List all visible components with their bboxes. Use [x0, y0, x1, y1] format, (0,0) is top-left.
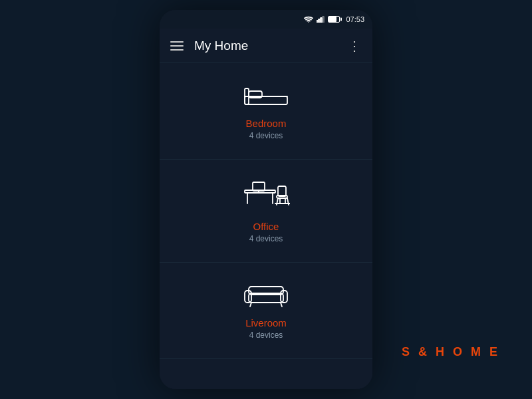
- svg-rect-3: [321, 18, 322, 23]
- room-card-bedroom[interactable]: Bedroom 4 devices: [160, 63, 372, 160]
- room-card-office[interactable]: Office 4 devices: [160, 160, 372, 263]
- bedroom-name: Bedroom: [246, 118, 287, 129]
- status-icons: 07:53: [304, 15, 364, 23]
- svg-point-0: [309, 22, 309, 23]
- liveroom-devices: 4 devices: [249, 331, 283, 340]
- hamburger-icon[interactable]: [170, 41, 184, 51]
- svg-rect-1: [317, 21, 318, 23]
- brand-logo: S & H O M E: [402, 345, 500, 359]
- svg-rect-15: [278, 186, 286, 196]
- app-title: My Home: [194, 39, 348, 53]
- status-time: 07:53: [346, 15, 364, 23]
- app-bar: My Home ⋮: [160, 29, 372, 63]
- room-card-liveroom[interactable]: Liveroom 4 devices: [160, 263, 372, 359]
- bedroom-devices: 4 devices: [249, 131, 283, 140]
- phone-frame: 07:53 My Home ⋮: [160, 10, 372, 389]
- svg-rect-12: [253, 182, 265, 191]
- wifi-icon: [304, 16, 313, 23]
- office-devices: 4 devices: [249, 234, 283, 243]
- svg-line-26: [281, 303, 282, 307]
- liveroom-name: Liveroom: [245, 317, 287, 329]
- signal-icon: [317, 16, 325, 23]
- liveroom-icon: [242, 281, 290, 311]
- svg-rect-23: [245, 291, 251, 303]
- bedroom-icon: [242, 82, 290, 111]
- svg-rect-2: [319, 19, 320, 23]
- more-icon[interactable]: ⋮: [348, 39, 362, 53]
- svg-line-25: [250, 303, 251, 307]
- office-name: Office: [253, 221, 279, 232]
- office-icon: [242, 178, 290, 214]
- battery-icon: [328, 16, 340, 23]
- status-bar: 07:53: [160, 10, 372, 29]
- svg-rect-4: [323, 17, 324, 23]
- svg-rect-24: [281, 291, 287, 303]
- room-list: Bedroom 4 devices: [160, 63, 372, 389]
